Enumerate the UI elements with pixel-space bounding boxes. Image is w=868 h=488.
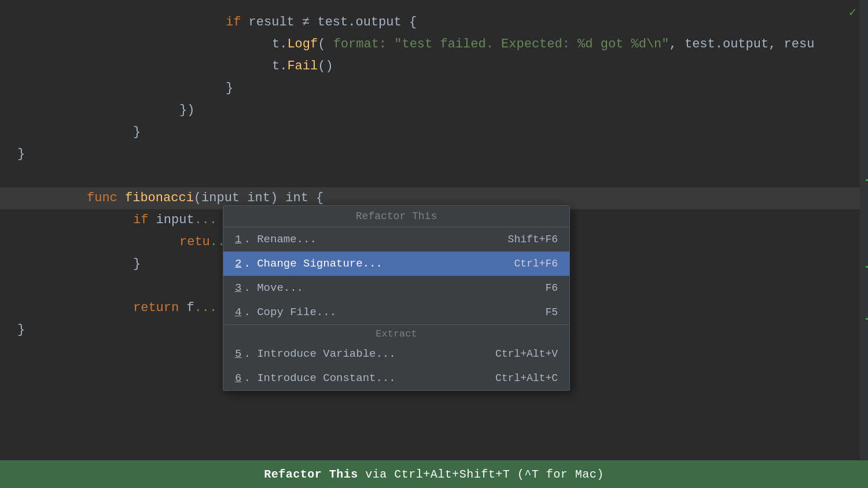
scroll-indicator-1 <box>866 179 868 181</box>
code-line-6: } <box>0 121 868 143</box>
scroll-indicator-2 <box>866 266 868 268</box>
status-text-bold: Refactor This <box>264 468 358 481</box>
menu-item-introduce-constant[interactable]: 6. Introduce Constant... Ctrl+Alt+C <box>223 366 569 390</box>
menu-item-change-signature[interactable]: 2. Change Signature... Ctrl+F6 <box>223 252 569 276</box>
menu-item-shortcut: Ctrl+Alt+V <box>495 348 558 360</box>
code-line-7: } <box>0 143 868 165</box>
menu-item-shortcut: F5 <box>545 306 558 318</box>
menu-item-label: 6. Introduce Constant... <box>235 372 396 385</box>
code-line-5: }) <box>0 99 868 121</box>
menu-item-shortcut: Shift+F6 <box>508 234 558 245</box>
status-bar: Refactor This via Ctrl+Alt+Shift+T (^T f… <box>0 460 868 488</box>
func-name-fibonacci: fibonacci <box>125 187 194 209</box>
menu-item-rename[interactable]: 1. Rename... Shift+F6 <box>223 227 569 252</box>
keyword-if: if <box>226 12 241 34</box>
menu-item-label: 3. Move... <box>235 282 303 294</box>
menu-item-label: 4. Copy File... <box>235 306 336 319</box>
code-line-2: t. Logf ( format: "test failed. Expected… <box>0 34 868 56</box>
menu-item-shortcut: Ctrl+Alt+C <box>495 372 558 384</box>
menu-item-move[interactable]: 3. Move... F6 <box>223 276 569 300</box>
menu-item-label: 2. Change Signature... <box>235 257 382 270</box>
menu-item-label: 1. Rename... <box>235 233 317 246</box>
menu-item-introduce-variable[interactable]: 5. Introduce Variable... Ctrl+Alt+V <box>223 342 569 366</box>
menu-title: Refactor This <box>223 206 569 227</box>
code-editor: if result ≠ test.output { t. Logf ( form… <box>0 0 868 488</box>
context-menu-refactor: Refactor This 1. Rename... Shift+F6 2. C… <box>223 205 570 391</box>
code-line-1: if result ≠ test.output { <box>0 12 868 34</box>
menu-item-copy-file[interactable]: 4. Copy File... F5 <box>223 300 569 324</box>
scrollbar[interactable] <box>860 0 868 488</box>
code-line-blank <box>0 165 868 187</box>
checkmark-icon: ✓ <box>849 5 856 20</box>
status-text: Refactor This via Ctrl+Alt+Shift+T (^T f… <box>264 468 604 481</box>
menu-item-shortcut: Ctrl+F6 <box>514 258 558 269</box>
code-line-4: } <box>0 77 868 99</box>
keyword-func: func <box>87 187 117 209</box>
status-text-normal: via Ctrl+Alt+Shift+T (^T for Mac) <box>365 468 604 481</box>
menu-item-shortcut: F6 <box>545 282 558 294</box>
menu-section-extract: Extract <box>223 324 569 342</box>
code-line-3: t. Fail () <box>0 56 868 77</box>
scroll-indicator-3 <box>866 318 868 320</box>
menu-item-label: 5. Introduce Variable... <box>235 347 396 360</box>
